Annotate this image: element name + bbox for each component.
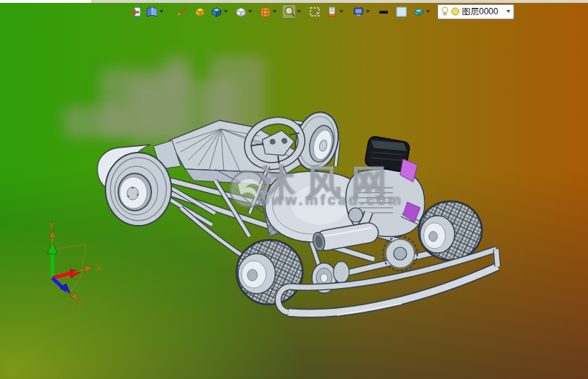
layer-name: 图层0000 (462, 6, 504, 18)
toolbar: 图层0000 (128, 4, 514, 19)
blue-cube-icon (210, 5, 222, 18)
engine (346, 135, 430, 236)
selection-box-button[interactable] (307, 4, 321, 19)
export-icon (129, 5, 141, 18)
chevron-down-icon[interactable] (224, 10, 228, 13)
viewport-canvas[interactable]: Y X Z (0, 0, 588, 379)
brush-button[interactable] (174, 4, 189, 19)
ruler-board-icon (326, 5, 337, 18)
chevron-down-icon[interactable] (339, 10, 343, 13)
display-button[interactable] (351, 4, 365, 19)
selection-box-icon (308, 5, 320, 18)
line-width-button[interactable] (376, 4, 390, 19)
chevron-down-icon[interactable] (366, 10, 370, 13)
rear-right-wheel (419, 201, 482, 260)
axis-label-x: X (95, 262, 102, 273)
zoom-icon (283, 5, 295, 18)
zoom-button[interactable] (282, 4, 296, 19)
brush-icon (176, 5, 187, 18)
cad-window: Y X Z 沐风网 www.mfcad.com (0, 0, 588, 379)
axis-triad: Y X Z (47, 221, 102, 309)
rear-left-wheel (237, 240, 303, 304)
chevron-down-icon[interactable] (297, 10, 301, 13)
go-kart-model[interactable] (98, 107, 498, 315)
blue-cube-button[interactable] (209, 4, 223, 19)
eraser-icon (412, 5, 424, 18)
wireframe-cube-icon (234, 5, 246, 18)
export-button[interactable] (128, 4, 142, 19)
orange-sphere-icon (259, 5, 270, 18)
wireframe-cube-button[interactable] (233, 4, 247, 19)
axis-label-z: Z (76, 298, 82, 309)
yellow-box-button[interactable] (192, 4, 207, 19)
color-swatch-button[interactable] (394, 4, 408, 19)
color-swatch-icon (395, 5, 407, 18)
layer-selector[interactable]: 图层0000 (437, 4, 514, 19)
front-left-wheel (105, 153, 171, 226)
yellow-box-icon (194, 5, 205, 18)
orange-sphere-button[interactable] (257, 4, 272, 19)
display-icon (352, 5, 364, 18)
chevron-down-icon[interactable] (248, 10, 252, 13)
axis-wire-box (52, 244, 86, 294)
bulb-icon (441, 6, 449, 16)
book-button[interactable] (144, 4, 158, 19)
chevron-down-icon[interactable] (272, 10, 277, 13)
line-width-icon (377, 5, 389, 18)
chevron-down-icon[interactable] (506, 10, 511, 13)
eraser-button[interactable] (411, 4, 425, 19)
chevron-down-icon[interactable] (159, 10, 163, 13)
layer-color-icon (451, 7, 460, 16)
ruler-board-button[interactable] (324, 4, 338, 19)
book-icon (146, 5, 157, 18)
axis-label-y: Y (48, 221, 54, 231)
chevron-down-icon[interactable] (426, 10, 430, 13)
